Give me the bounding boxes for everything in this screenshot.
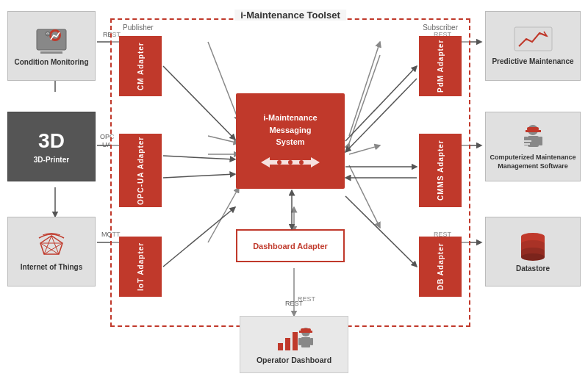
- svg-rect-28: [40, 51, 62, 54]
- svg-point-57: [299, 160, 304, 165]
- svg-rect-45: [523, 140, 531, 142]
- svg-point-53: [521, 253, 545, 261]
- publisher-label: Publisher: [123, 24, 154, 32]
- operator-dashboard-label: Operator Dashboard: [257, 356, 331, 364]
- svg-point-55: [277, 160, 282, 165]
- svg-rect-69: [285, 338, 290, 350]
- cmms-adapter-label: CMMS Adapter: [437, 140, 445, 201]
- dashboard-adapter-label: Dashboard Adapter: [253, 242, 328, 251]
- operator-dashboard-icon: [274, 325, 315, 353]
- iot-adapter-label: IoT Adapter: [137, 242, 145, 291]
- toolset-title: i-Maintenance Toolset: [234, 10, 346, 21]
- svg-line-59: [163, 156, 235, 159]
- 3d-printer-box: 3D 3D-Printer: [7, 112, 96, 181]
- cmms-box: Computerized Maintenance Management Soft…: [485, 112, 581, 181]
- svg-line-61: [163, 207, 235, 267]
- toolset-container: i-Maintenance Toolset Publisher Subscrib…: [110, 18, 470, 327]
- predictive-icon: [513, 26, 553, 54]
- svg-rect-73: [298, 338, 301, 345]
- svg-rect-41: [526, 130, 541, 132]
- svg-rect-38: [514, 27, 552, 51]
- svg-point-56: [288, 160, 293, 165]
- svg-line-66: [345, 196, 417, 267]
- cm-adapter-box: CM Adapter: [119, 36, 162, 96]
- svg-rect-74: [310, 338, 313, 345]
- datastore-box: Datastore: [485, 217, 581, 286]
- cmms-icon: [517, 123, 550, 151]
- svg-rect-68: [278, 343, 283, 350]
- cmms-adapter-box: CMMS Adapter: [419, 134, 462, 207]
- iot-box: Internet of Things: [7, 217, 96, 286]
- svg-line-58: [163, 66, 235, 140]
- bottom-rest-text: REST: [285, 300, 303, 307]
- condition-monitoring-icon: [33, 26, 70, 55]
- bottom-rest-label: REST: [285, 300, 303, 307]
- cm-adapter-label: CM Adapter: [137, 42, 145, 90]
- svg-rect-44: [539, 137, 542, 145]
- svg-rect-70: [293, 332, 298, 350]
- messaging-arrows-icon: [261, 154, 320, 170]
- cmms-label: Computerized Maintenance Management Soft…: [486, 154, 580, 170]
- svg-point-31: [46, 32, 50, 36]
- condition-monitoring-label: Condition Monitoring: [14, 58, 88, 66]
- messaging-title: i-Maintenance Messaging System: [263, 112, 317, 148]
- datastore-label: Datastore: [516, 264, 550, 273]
- condition-monitoring-box: Condition Monitoring: [7, 11, 96, 81]
- diagram-container: REST OPC -UA MQTT REST REST: [0, 0, 588, 382]
- opc-ua-adapter-label: OPC-UA Adapter: [137, 136, 145, 204]
- iot-label: Internet of Things: [21, 263, 82, 271]
- svg-line-60: [163, 174, 235, 178]
- datastore-icon: [517, 231, 550, 262]
- svg-rect-46: [523, 143, 530, 145]
- messaging-system-box: i-Maintenance Messaging System: [236, 93, 345, 189]
- operator-dashboard-box: Operator Dashboard: [240, 316, 348, 373]
- svg-line-62: [345, 66, 417, 141]
- svg-rect-72: [301, 337, 310, 347]
- subscriber-label: Subscriber: [423, 24, 458, 32]
- 3d-text-icon: 3D: [38, 129, 65, 153]
- iot-adapter-box: IoT Adapter: [119, 237, 162, 297]
- db-adapter-box: DB Adapter: [419, 237, 462, 297]
- svg-line-63: [345, 79, 417, 152]
- predictive-maintenance-label: Predictive Maintenance: [492, 57, 573, 66]
- db-adapter-label: DB Adapter: [437, 243, 445, 291]
- pdm-adapter-box: PdM Adapter: [419, 36, 462, 96]
- svg-rect-76: [299, 331, 312, 333]
- predictive-maintenance-box: Predictive Maintenance: [485, 11, 581, 81]
- opc-ua-adapter-box: OPC-UA Adapter: [119, 134, 162, 207]
- iot-icon: [33, 232, 70, 260]
- 3d-printer-label: 3D-Printer: [34, 156, 69, 164]
- dashboard-adapter-box: Dashboard Adapter: [236, 229, 345, 262]
- pdm-adapter-label: PdM Adapter: [437, 40, 445, 93]
